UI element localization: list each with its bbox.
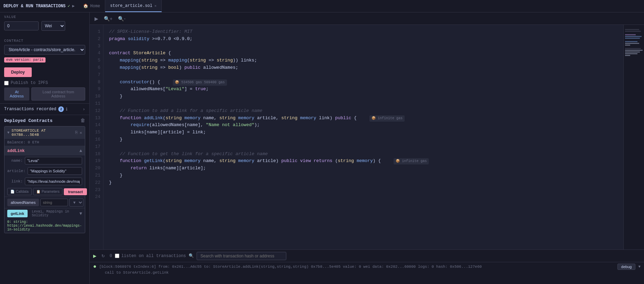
contract-chevron-icon[interactable]: ▼ [7, 131, 10, 135]
search-icon: 🔍 [189, 253, 194, 258]
transactions-badge: 2 [58, 106, 64, 112]
deployed-contracts-title: Deployed Contracts [4, 118, 52, 123]
transaction-search-input[interactable] [197, 252, 286, 260]
log-expand-icon[interactable]: ▼ [638, 265, 641, 269]
contract-select[interactable]: StoreArticle - contracts/store_article. [4, 45, 85, 55]
info-icon[interactable]: ℹ [66, 107, 68, 112]
addlink-function-group: addLink ▲ name: article: link: [4, 146, 85, 197]
editor-area: ▶ 🔍+ 🔍- 1 2 3 4 5 6 7 8 9 10 11 12 [90, 12, 644, 284]
code-line-20: return links[name][article]; [109, 165, 618, 172]
link-param-row: link: [4, 176, 85, 187]
allowednames-button[interactable]: allowedNames [7, 199, 39, 206]
publish-ipfs-label: Publish to IPFS [11, 81, 48, 85]
transact-button[interactable]: transact [64, 188, 87, 195]
zoom-in-icon[interactable]: 🔍+ [102, 15, 114, 23]
refresh-button[interactable]: ↻ [99, 253, 107, 259]
transactions-expand-icon[interactable]: › [82, 107, 85, 112]
name-param-label: name: [7, 159, 23, 163]
value-input[interactable] [4, 21, 39, 30]
trash-icon[interactable]: 🗑 [80, 118, 85, 123]
code-line-23 [109, 187, 618, 194]
parameters-button[interactable]: 📋 Parameters [33, 188, 63, 195]
getlink-value: Levai, Mappings in Solidity [29, 210, 78, 217]
code-line-19: function getLink(string memory name, str… [109, 158, 618, 165]
line-number: 6 [90, 64, 103, 72]
line-number: 10 [90, 93, 103, 100]
code-line-5: mapping(string => mapping(string => stri… [109, 57, 618, 64]
getlink-chevron-icon[interactable]: ▼ [79, 211, 82, 216]
allowednames-input[interactable] [40, 199, 68, 206]
calldata-button[interactable]: 📄 Calldata [7, 188, 32, 195]
line-number: 22 [90, 179, 103, 187]
getlink-button[interactable]: getLink [7, 210, 28, 217]
code-line-3 [109, 43, 618, 50]
code-line-8: constructor() { 📦 534506 gas 589400 gas [109, 79, 618, 86]
wei-select[interactable]: Wei Gwei Finney Ether [41, 21, 65, 31]
code-line-11 [109, 100, 618, 107]
line-number: 3 [90, 43, 103, 50]
address-row: At Address Load contract from Address [4, 87, 85, 101]
addlink-chevron-icon[interactable]: ▲ [79, 148, 82, 153]
zoom-out-icon[interactable]: 🔍- [117, 15, 127, 23]
code-line-17 [109, 143, 618, 151]
transactions-bar: Transactions recorded 2 ℹ › [0, 103, 89, 115]
deployed-contracts-header: Deployed Contracts 🗑 [4, 118, 85, 123]
transaction-count: 0 [110, 254, 112, 258]
store-article-tab-label: store_article.sol [110, 3, 152, 8]
bottom-toolbar: ▶ ↻ 0 listen on all transactions 🔍 [90, 250, 644, 262]
article-param-row: article: [4, 166, 85, 176]
play-icon[interactable]: ▶ [93, 253, 97, 259]
publish-ipfs-checkbox[interactable] [4, 81, 9, 85]
home-tab-label: Home [90, 4, 100, 9]
load-contract-button[interactable]: Load contract from Address [31, 87, 85, 101]
allowednames-type-select[interactable]: ▼ [69, 198, 83, 207]
link-param-label: link: [7, 179, 23, 183]
line-number: 24 [90, 193, 103, 201]
copy-address-icon[interactable]: ⎘ [75, 130, 78, 135]
contract-instance-header: ▼ STOREARTICLE AT 0X7B8...5E4B ⎘ ✕ [4, 126, 85, 139]
line-number: 21 [90, 172, 103, 179]
listen-checkbox[interactable] [115, 254, 119, 258]
line-number: 17 [90, 143, 103, 151]
line-number: 23 [90, 187, 103, 194]
check-icon: ✓ [68, 3, 70, 9]
code-line-14: require(allowedNames[name], "Name not al… [109, 122, 618, 129]
remove-contract-icon[interactable]: ✕ [80, 130, 82, 135]
forward-arrow-icon[interactable]: ▶ [72, 3, 75, 9]
transactions-text: Transactions recorded [4, 107, 56, 112]
tab-store-article[interactable]: store_article.sol ✕ [105, 0, 161, 12]
line-number: 18 [90, 151, 103, 158]
code-line-1: // SPDX-License-Identifier: MIT [109, 28, 618, 36]
line-number: 2 [90, 36, 103, 43]
calldata-icon: 📄 [10, 190, 14, 193]
code-line-16: } [109, 136, 618, 143]
line-number: 1 [90, 28, 103, 36]
line-number: 7 [90, 72, 103, 79]
run-icon[interactable]: ▶ [93, 15, 100, 23]
deploy-button[interactable]: Deploy [4, 67, 32, 77]
name-param-input[interactable] [25, 157, 82, 164]
close-tab-icon[interactable]: ✕ [155, 4, 157, 8]
code-editor[interactable]: 1 2 3 4 5 6 7 8 9 10 11 12 13 14 15 16 1 [90, 25, 623, 249]
article-param-input[interactable] [28, 167, 82, 175]
article-param-label: article: [7, 169, 26, 173]
line-number: 8 [90, 79, 103, 86]
tab-home[interactable]: 🏠 Home [78, 0, 106, 12]
listen-checkbox-label: listen on all transactions [115, 254, 186, 258]
code-line-18: // Function to get the link for a specif… [109, 151, 618, 158]
link-param-input[interactable] [25, 178, 82, 185]
bottom-panel: ▶ ↻ 0 listen on all transactions 🔍 ● [bl… [90, 249, 644, 284]
value-section: VALUE Wei Gwei Finney Ether [0, 12, 89, 36]
code-line-9: allowedNames["Levai"] = true; [109, 86, 618, 93]
allowednames-row: allowedNames ▼ [4, 197, 85, 208]
left-panel: VALUE Wei Gwei Finney Ether CONTRACT Sto… [0, 12, 90, 284]
line-number: 9 [90, 86, 103, 93]
code-line-15: links[name][article] = link; [109, 129, 618, 136]
deployed-contracts-section: Deployed Contracts 🗑 ▼ STOREARTICLE AT 0… [0, 115, 89, 236]
listen-label: listen on all transactions [121, 254, 186, 258]
debug-button[interactable]: debug [617, 264, 636, 270]
transactions-label: Transactions recorded 2 ℹ [4, 106, 68, 112]
main-content: VALUE Wei Gwei Finney Ether CONTRACT Sto… [0, 12, 644, 284]
at-address-button[interactable]: At Address [4, 87, 29, 101]
getlink-return-value: 0: string: https://levai.hashnode.dev/ma… [4, 219, 85, 233]
